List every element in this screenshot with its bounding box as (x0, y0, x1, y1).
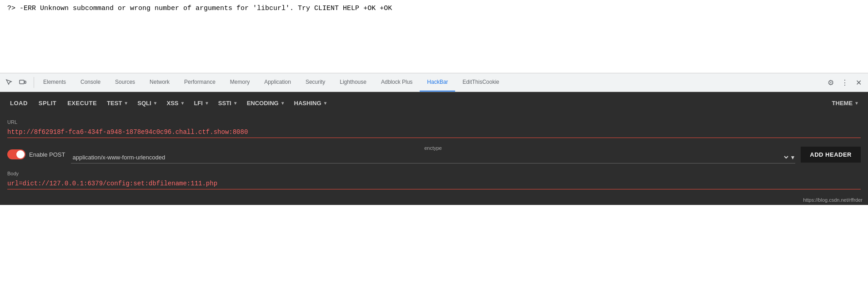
tab-lighthouse[interactable]: Lighthouse (332, 73, 374, 92)
inspect-icon[interactable] (4, 77, 15, 88)
encoding-dropdown-arrow: ▼ (281, 101, 285, 106)
xss-dropdown-arrow: ▼ (181, 101, 185, 106)
svg-rect-1 (25, 81, 26, 83)
error-text: ?> -ERR Unknown subcommand or wrong numb… (7, 5, 392, 12)
url-section: URL (7, 119, 861, 138)
tab-sources[interactable]: Sources (108, 73, 142, 92)
theme-dropdown-arrow: ▼ (854, 101, 859, 106)
enctype-select[interactable]: application/x-www-form-urlencoded multip… (71, 153, 790, 161)
toggle-container: Enable POST (7, 149, 65, 159)
tab-console[interactable]: Console (73, 73, 108, 92)
split-button[interactable]: SPLIT (34, 97, 61, 109)
xss-dropdown[interactable]: XSS ▼ (163, 97, 188, 109)
enable-post-label: Enable POST (29, 151, 65, 158)
devtools-tabs: Elements Console Sources Network Perform… (36, 73, 825, 92)
status-url: https://blog.csdn.net/rffrder (803, 197, 863, 203)
devtools-icons (4, 77, 34, 88)
body-input[interactable] (7, 178, 861, 189)
theme-dropdown[interactable]: THEME ▼ (828, 97, 863, 109)
tab-hackbar[interactable]: HackBar (420, 73, 455, 92)
enctype-section: enctype application/x-www-form-urlencode… (71, 145, 796, 163)
tab-performance[interactable]: Performance (177, 73, 223, 92)
settings-icon[interactable]: ⚙ (825, 76, 837, 90)
tab-adblock[interactable]: Adblock Plus (374, 73, 420, 92)
devtools-right-icons: ⚙ ⋮ ✕ (825, 76, 864, 90)
middle-row: Enable POST enctype application/x-www-fo… (7, 142, 861, 167)
hashing-dropdown-arrow: ▼ (323, 101, 328, 106)
tab-security[interactable]: Security (298, 73, 332, 92)
close-icon[interactable]: ✕ (853, 76, 864, 90)
device-toolbar-icon[interactable] (17, 77, 28, 88)
body-section: Body (7, 171, 861, 189)
devtools-tabbar: Elements Console Sources Network Perform… (0, 73, 868, 92)
lfi-dropdown-arrow: ▼ (205, 101, 209, 106)
svg-rect-0 (20, 80, 24, 84)
more-options-icon[interactable]: ⋮ (838, 76, 851, 90)
lfi-dropdown[interactable]: LFI ▼ (190, 97, 212, 109)
body-label: Body (7, 171, 861, 176)
hashing-dropdown[interactable]: HASHING ▼ (291, 97, 331, 109)
url-label: URL (7, 119, 861, 125)
encoding-dropdown[interactable]: ENCODING ▼ (243, 97, 289, 109)
tab-editthiscookie[interactable]: EditThisCookie (455, 73, 507, 92)
hackbar-toolbar: LOAD SPLIT EXECUTE TEST ▼ SQLI ▼ XSS ▼ L… (0, 92, 868, 114)
tab-elements[interactable]: Elements (36, 73, 73, 92)
top-area: ?> -ERR Unknown subcommand or wrong numb… (0, 0, 868, 73)
tab-network[interactable]: Network (142, 73, 177, 92)
enctype-arrow-icon: ▼ (790, 154, 795, 161)
sqli-dropdown-arrow: ▼ (153, 101, 158, 106)
enable-post-toggle[interactable] (7, 149, 25, 159)
test-dropdown[interactable]: TEST ▼ (103, 97, 132, 109)
url-input[interactable] (7, 127, 861, 138)
add-header-button[interactable]: ADD HEADER (801, 147, 861, 163)
enctype-label: enctype (71, 145, 796, 151)
enctype-select-wrapper: application/x-www-form-urlencoded multip… (71, 152, 796, 163)
tab-memory[interactable]: Memory (223, 73, 257, 92)
hackbar-content: URL Enable POST enctype application/x-ww… (0, 114, 868, 195)
execute-button[interactable]: EXECUTE (63, 97, 101, 109)
status-bar: https://blog.csdn.net/rffrder (0, 195, 868, 205)
ssti-dropdown[interactable]: SSTI ▼ (215, 97, 241, 109)
sqli-dropdown[interactable]: SQLI ▼ (134, 97, 161, 109)
ssti-dropdown-arrow: ▼ (233, 101, 238, 106)
load-button[interactable]: LOAD (5, 97, 32, 109)
test-dropdown-arrow: ▼ (124, 101, 128, 106)
tab-application[interactable]: Application (257, 73, 298, 92)
